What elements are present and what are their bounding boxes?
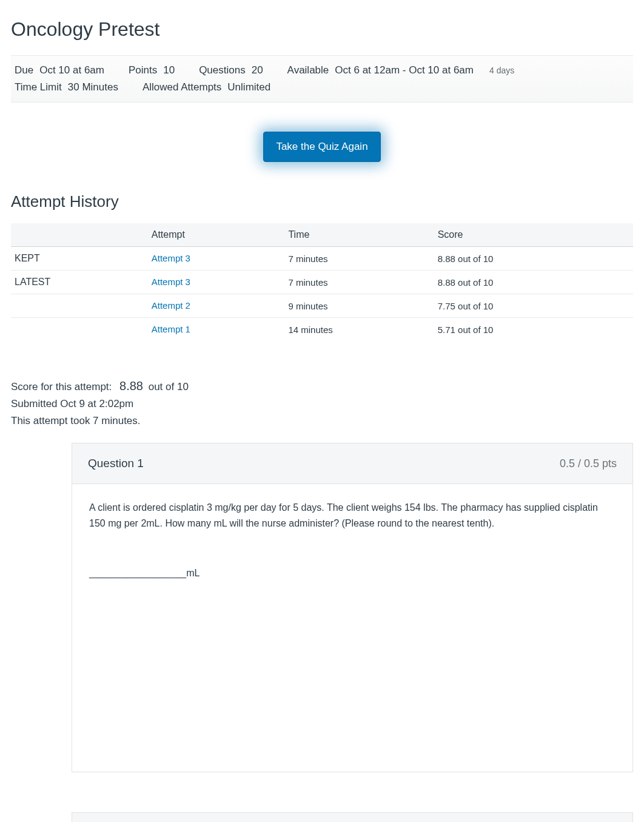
attempt-link[interactable]: Attempt 3 bbox=[152, 253, 190, 263]
col-header-attempt: Attempt bbox=[148, 223, 285, 247]
attempt-summary: Score for this attempt: 8.88 out of 10 S… bbox=[11, 377, 633, 430]
timelimit-label: Time Limit bbox=[15, 79, 62, 96]
attempt-history-heading: Attempt History bbox=[11, 192, 633, 211]
available-note: 4 days bbox=[489, 62, 514, 79]
attempts-label: Allowed Attempts bbox=[143, 79, 221, 96]
question-text: A client is ordered cisplatin 3 mg/kg pe… bbox=[89, 500, 615, 531]
points-value: 10 bbox=[163, 62, 175, 79]
attempt-history-table: Attempt Time Score KEPT Attempt 3 7 minu… bbox=[11, 223, 633, 341]
row-tag bbox=[11, 294, 148, 318]
submitted-line: Submitted Oct 9 at 2:02pm bbox=[11, 396, 633, 413]
row-time: 7 minutes bbox=[284, 271, 434, 294]
table-row: KEPT Attempt 3 7 minutes 8.88 out of 10 bbox=[11, 247, 633, 271]
duration-line: This attempt took 7 minutes. bbox=[11, 413, 633, 430]
row-score: 7.75 out of 10 bbox=[434, 294, 633, 318]
row-tag: KEPT bbox=[11, 247, 148, 271]
question-title: Question 1 bbox=[88, 457, 144, 470]
answer-blank: __________________mL bbox=[89, 565, 615, 581]
question-block-2: Question 2 0.5 / 0.5 pts A client is ord… bbox=[72, 812, 633, 822]
available-value: Oct 6 at 12am - Oct 10 at 6am bbox=[335, 62, 474, 79]
col-header-time: Time bbox=[284, 223, 434, 247]
table-row: Attempt 1 14 minutes 5.71 out of 10 bbox=[11, 318, 633, 342]
table-row: LATEST Attempt 3 7 minutes 8.88 out of 1… bbox=[11, 271, 633, 294]
score-suffix: out of 10 bbox=[149, 381, 189, 392]
question-points: 0.5 / 0.5 pts bbox=[560, 457, 617, 470]
questions-value: 20 bbox=[252, 62, 263, 79]
row-score: 8.88 out of 10 bbox=[434, 247, 633, 271]
col-header-score: Score bbox=[434, 223, 633, 247]
score-label: Score for this attempt: bbox=[11, 381, 112, 392]
row-tag: LATEST bbox=[11, 271, 148, 294]
attempt-link[interactable]: Attempt 1 bbox=[152, 324, 190, 334]
points-label: Points bbox=[129, 62, 157, 79]
row-score: 5.71 out of 10 bbox=[434, 318, 633, 342]
questions-label: Questions bbox=[199, 62, 246, 79]
question-block-1: Question 1 0.5 / 0.5 pts A client is ord… bbox=[72, 443, 633, 772]
row-tag bbox=[11, 318, 148, 342]
row-time: 7 minutes bbox=[284, 247, 434, 271]
attempt-link[interactable]: Attempt 3 bbox=[152, 277, 190, 287]
attempt-link[interactable]: Attempt 2 bbox=[152, 300, 190, 311]
row-time: 14 minutes bbox=[284, 318, 434, 342]
page-title: Oncology Pretest bbox=[11, 18, 633, 41]
row-score: 8.88 out of 10 bbox=[434, 271, 633, 294]
due-value: Oct 10 at 6am bbox=[39, 62, 104, 79]
row-time: 9 minutes bbox=[284, 294, 434, 318]
attempts-value: Unlimited bbox=[227, 79, 270, 96]
quiz-meta: Due Oct 10 at 6am Points 10 Questions 20… bbox=[11, 55, 633, 103]
table-row: Attempt 2 9 minutes 7.75 out of 10 bbox=[11, 294, 633, 318]
take-quiz-again-button[interactable]: Take the Quiz Again bbox=[263, 132, 380, 162]
due-label: Due bbox=[15, 62, 33, 79]
timelimit-value: 30 Minutes bbox=[68, 79, 118, 96]
available-label: Available bbox=[287, 62, 329, 79]
score-value: 8.88 bbox=[119, 379, 143, 392]
